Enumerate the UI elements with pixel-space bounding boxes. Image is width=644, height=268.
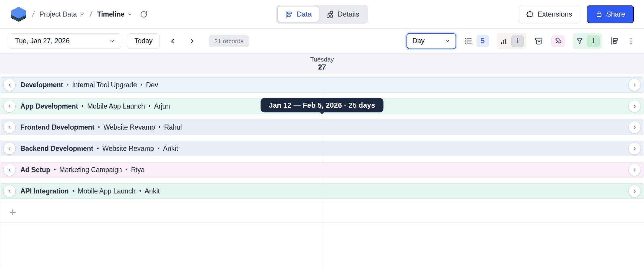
bullet-separator: • [141, 82, 143, 88]
toolbar-left: Tue, Jan 27, 2026 Today 21 records [9, 33, 249, 49]
task-project: Website Revamp [103, 123, 155, 131]
bullet-separator: • [149, 103, 151, 109]
scroll-to-end-button[interactable] [629, 143, 640, 154]
breadcrumb: / Project Data / Timeline [10, 6, 148, 22]
base-name-label: Project Data [40, 10, 77, 18]
scroll-to-start-button[interactable] [4, 100, 15, 112]
scroll-to-start-button[interactable] [4, 143, 15, 154]
chevron-right-icon [188, 38, 196, 45]
task-project: Mobile App Launch [78, 187, 136, 195]
lock-icon [596, 11, 603, 18]
date-select-value: Tue, Jan 27, 2026 [15, 37, 70, 45]
date-select[interactable]: Tue, Jan 27, 2026 [9, 33, 121, 49]
day-column-header: Tuesday 27 [0, 54, 644, 74]
extensions-button[interactable]: Extensions [518, 5, 580, 23]
timeline-bar[interactable]: Ad Setup • Marketing Campaign • Riya [1, 162, 643, 177]
fields-config-button[interactable]: 5 [464, 35, 489, 47]
chevron-left-icon [7, 146, 12, 151]
task-owner: Riya [131, 166, 144, 174]
timeline-bar[interactable]: Frontend Development • Website Revamp • … [1, 120, 643, 135]
statistics-count-badge: 1 [511, 35, 524, 47]
more-options-icon[interactable] [627, 37, 635, 45]
tab-details-label: Details [338, 10, 359, 18]
chevron-down-icon [80, 12, 85, 17]
chevron-left-icon [7, 104, 12, 109]
extensions-label: Extensions [538, 10, 572, 18]
chevron-right-icon [632, 82, 638, 88]
puzzle-icon [526, 10, 534, 18]
bar-chart-icon [500, 37, 508, 45]
statistics-button[interactable]: 1 [497, 33, 526, 49]
task-title: API Integration [20, 187, 69, 195]
bullet-separator: • [82, 103, 84, 109]
filter-button[interactable]: 1 [573, 33, 602, 49]
scroll-to-start-button[interactable] [4, 164, 15, 176]
date-range-text: Jan 12 — Feb 5, 2026 · 25 days [269, 101, 375, 109]
scroll-to-end-button[interactable] [629, 121, 640, 133]
scroll-to-end-button[interactable] [629, 79, 640, 91]
breadcrumb-view[interactable]: Timeline [97, 10, 133, 18]
chevron-right-icon [632, 167, 638, 173]
scroll-to-end-button[interactable] [629, 164, 640, 176]
timeline-toolbar: Tue, Jan 27, 2026 Today 21 records Day 5… [0, 29, 644, 54]
task-title: Development [20, 81, 63, 89]
group-icon[interactable] [610, 37, 619, 45]
tab-details[interactable]: Details [319, 7, 366, 22]
chevron-right-icon [632, 146, 638, 151]
archive-icon[interactable] [534, 37, 543, 46]
day-number-label: 27 [318, 63, 326, 72]
chevron-left-icon [7, 167, 12, 173]
refresh-icon[interactable] [140, 10, 148, 18]
task-title: Frontend Development [20, 123, 94, 131]
chevron-down-icon [445, 38, 450, 44]
time-unit-select[interactable]: Day [406, 33, 456, 49]
scroll-to-end-button[interactable] [629, 185, 640, 197]
color-config-button[interactable] [551, 35, 565, 47]
bar-label: Backend Development • Website Revamp • A… [20, 145, 178, 153]
timeline-bar[interactable]: Development • Internal Tool Upgrade • De… [1, 77, 643, 93]
hierarchy-icon [326, 10, 334, 18]
weekday-label: Tuesday [310, 56, 334, 63]
bullet-separator: • [157, 145, 160, 152]
scroll-to-end-button[interactable] [629, 100, 640, 112]
timeline-bar[interactable]: Backend Development • Website Revamp • A… [1, 141, 643, 156]
breadcrumb-base[interactable]: Project Data [40, 10, 85, 18]
bullet-separator: • [126, 167, 128, 173]
task-owner: Ankit [163, 145, 178, 153]
chevron-down-icon [109, 38, 115, 44]
task-owner: Rahul [164, 123, 182, 131]
add-record-row[interactable] [0, 202, 644, 223]
plus-icon[interactable] [8, 208, 17, 217]
today-button[interactable]: Today [127, 33, 160, 49]
task-title: Backend Development [20, 145, 93, 153]
scroll-to-start-button[interactable] [4, 121, 15, 133]
bar-label: Development • Internal Tool Upgrade • De… [20, 81, 158, 89]
bar-label: API Integration • Mobile App Launch • An… [20, 187, 160, 195]
task-title: App Development [20, 102, 78, 110]
scroll-to-start-button[interactable] [4, 79, 15, 91]
share-button[interactable]: Share [587, 5, 634, 23]
bullet-separator: • [139, 188, 141, 194]
next-day-button[interactable] [185, 34, 199, 48]
tab-data-label: Data [297, 10, 312, 18]
toolbar-right: Day 5 1 1 [406, 33, 635, 49]
scroll-to-start-button[interactable] [4, 185, 15, 197]
task-project: Website Revamp [102, 145, 154, 153]
field-list-icon [464, 37, 473, 45]
paint-roller-icon [554, 37, 562, 45]
tab-data[interactable]: Data [278, 7, 319, 22]
filter-count-badge: 1 [587, 35, 600, 47]
chevron-right-icon [632, 125, 638, 130]
top-actions: Extensions Share [518, 5, 634, 23]
chevron-left-icon [169, 38, 176, 45]
chevron-down-icon [127, 12, 132, 17]
chevron-right-icon [632, 104, 638, 109]
time-unit-value: Day [412, 37, 425, 45]
task-title: Ad Setup [20, 166, 50, 174]
app-logo-icon[interactable] [10, 6, 27, 22]
prev-day-button[interactable] [166, 34, 179, 48]
data-details-toggle: Data Details [276, 5, 368, 24]
timeline-bar[interactable]: API Integration • Mobile App Launch • An… [1, 183, 643, 199]
task-project: Marketing Campaign [59, 166, 122, 174]
task-owner: Arjun [154, 102, 170, 110]
